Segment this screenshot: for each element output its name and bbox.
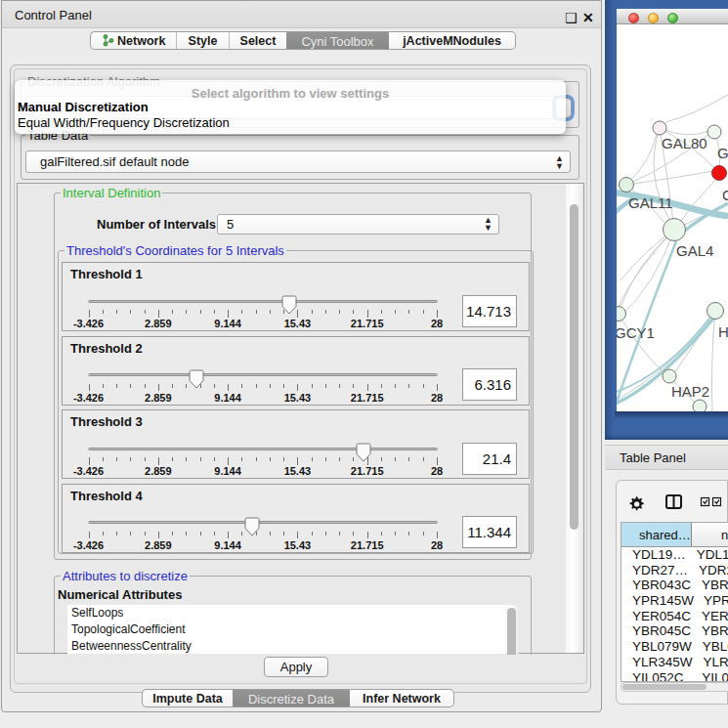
svg-text:C: C [722, 187, 728, 203]
svg-text:GAL80: GAL80 [662, 135, 707, 151]
svg-text:GAL11: GAL11 [628, 194, 673, 211]
svg-text:GCY1: GCY1 [617, 324, 655, 341]
svg-text:G: G [717, 145, 728, 161]
svg-text:H: H [718, 323, 728, 340]
svg-text:HAP2: HAP2 [671, 383, 709, 400]
svg-text:GAL4: GAL4 [676, 242, 713, 259]
